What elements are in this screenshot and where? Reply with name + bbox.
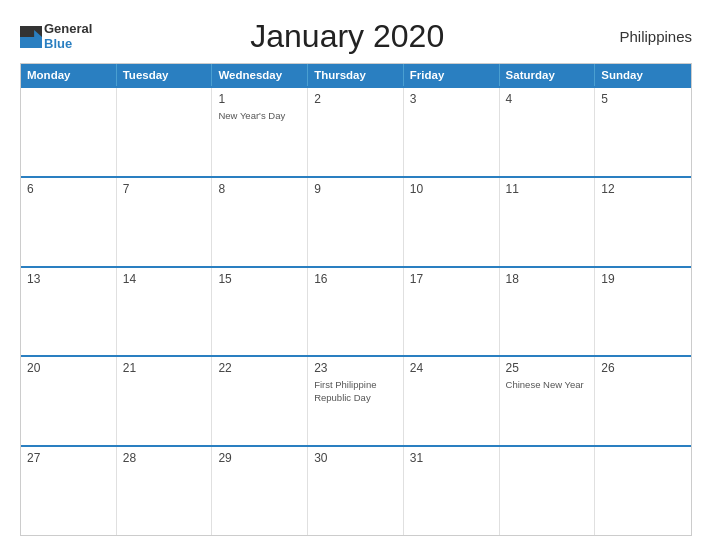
- cell-w5-fri: 31: [404, 447, 500, 535]
- day-5: 5: [601, 92, 685, 106]
- week-row-1: 1 New Year's Day 2 3 4 5: [21, 86, 691, 176]
- week-row-5: 27 28 29 30 31: [21, 445, 691, 535]
- cell-w3-sun: 19: [595, 268, 691, 356]
- day-31: 31: [410, 451, 493, 465]
- page: General Blue January 2020 Philippines Mo…: [0, 0, 712, 550]
- week-row-3: 13 14 15 16 17 18 19: [21, 266, 691, 356]
- header-wednesday: Wednesday: [212, 64, 308, 86]
- cell-w1-wed: 1 New Year's Day: [212, 88, 308, 176]
- day-15: 15: [218, 272, 301, 286]
- cell-w3-tue: 14: [117, 268, 213, 356]
- header-sunday: Sunday: [595, 64, 691, 86]
- cell-w1-thu: 2: [308, 88, 404, 176]
- day-12: 12: [601, 182, 685, 196]
- holiday-chinese-new-year: Chinese New Year: [506, 379, 589, 391]
- day-20: 20: [27, 361, 110, 375]
- logo-text: General Blue: [44, 22, 92, 51]
- cell-w2-wed: 8: [212, 178, 308, 266]
- cell-w4-fri: 24: [404, 357, 500, 445]
- cell-w3-thu: 16: [308, 268, 404, 356]
- cell-w2-thu: 9: [308, 178, 404, 266]
- logo-blue: Blue: [44, 37, 92, 51]
- cell-w5-tue: 28: [117, 447, 213, 535]
- cell-w5-sun: [595, 447, 691, 535]
- cell-w4-tue: 21: [117, 357, 213, 445]
- page-title: January 2020: [92, 18, 602, 55]
- cell-w4-mon: 20: [21, 357, 117, 445]
- day-11: 11: [506, 182, 589, 196]
- day-4: 4: [506, 92, 589, 106]
- holiday-first-philippine-republic: First Philippine Republic Day: [314, 379, 397, 404]
- cell-w1-tue: [117, 88, 213, 176]
- holiday-new-years-day: New Year's Day: [218, 110, 301, 122]
- day-6: 6: [27, 182, 110, 196]
- svg-rect-1: [20, 37, 42, 48]
- day-16: 16: [314, 272, 397, 286]
- day-8: 8: [218, 182, 301, 196]
- day-24: 24: [410, 361, 493, 375]
- day-14: 14: [123, 272, 206, 286]
- day-30: 30: [314, 451, 397, 465]
- cell-w3-fri: 17: [404, 268, 500, 356]
- header-friday: Friday: [404, 64, 500, 86]
- country-label: Philippines: [602, 28, 692, 45]
- header-monday: Monday: [21, 64, 117, 86]
- header-tuesday: Tuesday: [117, 64, 213, 86]
- cell-w4-thu: 23 First Philippine Republic Day: [308, 357, 404, 445]
- cell-w1-fri: 3: [404, 88, 500, 176]
- logo: General Blue: [20, 22, 92, 51]
- header: General Blue January 2020 Philippines: [20, 18, 692, 55]
- day-21: 21: [123, 361, 206, 375]
- calendar-header: Monday Tuesday Wednesday Thursday Friday…: [21, 64, 691, 86]
- day-22: 22: [218, 361, 301, 375]
- cell-w5-sat: [500, 447, 596, 535]
- day-2: 2: [314, 92, 397, 106]
- cell-w5-wed: 29: [212, 447, 308, 535]
- week-row-4: 20 21 22 23 First Philippine Republic Da…: [21, 355, 691, 445]
- day-17: 17: [410, 272, 493, 286]
- calendar: Monday Tuesday Wednesday Thursday Friday…: [20, 63, 692, 536]
- day-7: 7: [123, 182, 206, 196]
- cell-w5-mon: 27: [21, 447, 117, 535]
- day-18: 18: [506, 272, 589, 286]
- logo-general: General: [44, 22, 92, 36]
- day-27: 27: [27, 451, 110, 465]
- cell-w3-wed: 15: [212, 268, 308, 356]
- cell-w1-sun: 5: [595, 88, 691, 176]
- cell-w2-sun: 12: [595, 178, 691, 266]
- cell-w3-sat: 18: [500, 268, 596, 356]
- day-13: 13: [27, 272, 110, 286]
- calendar-body: 1 New Year's Day 2 3 4 5 6: [21, 86, 691, 535]
- cell-w4-wed: 22: [212, 357, 308, 445]
- cell-w2-mon: 6: [21, 178, 117, 266]
- day-28: 28: [123, 451, 206, 465]
- cell-w3-mon: 13: [21, 268, 117, 356]
- day-3: 3: [410, 92, 493, 106]
- day-26: 26: [601, 361, 685, 375]
- cell-w4-sun: 26: [595, 357, 691, 445]
- week-row-2: 6 7 8 9 10 11 12: [21, 176, 691, 266]
- logo-icon: [20, 26, 42, 48]
- cell-w1-sat: 4: [500, 88, 596, 176]
- day-10: 10: [410, 182, 493, 196]
- cell-w5-thu: 30: [308, 447, 404, 535]
- header-thursday: Thursday: [308, 64, 404, 86]
- cell-w4-sat: 25 Chinese New Year: [500, 357, 596, 445]
- header-saturday: Saturday: [500, 64, 596, 86]
- cell-w2-fri: 10: [404, 178, 500, 266]
- day-19: 19: [601, 272, 685, 286]
- cell-w2-tue: 7: [117, 178, 213, 266]
- day-29: 29: [218, 451, 301, 465]
- cell-w1-mon: [21, 88, 117, 176]
- day-1: 1: [218, 92, 301, 106]
- day-23: 23: [314, 361, 397, 375]
- day-9: 9: [314, 182, 397, 196]
- day-25: 25: [506, 361, 589, 375]
- cell-w2-sat: 11: [500, 178, 596, 266]
